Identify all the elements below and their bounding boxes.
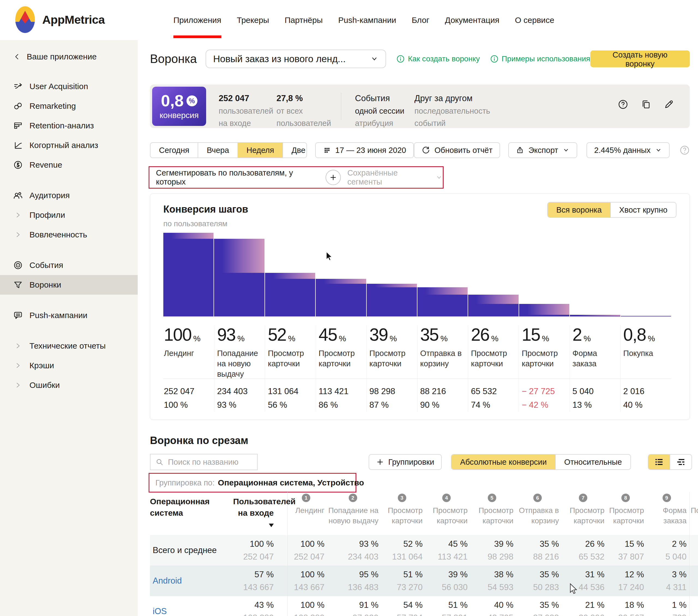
nav-item-2[interactable]: Трекеры <box>237 0 269 40</box>
step-column-header-1[interactable]: 1Лендинг <box>288 492 327 535</box>
cell-percent: 1 % <box>672 600 686 610</box>
usage-examples-link[interactable]: Примеры использования <box>490 55 590 63</box>
sidebar-item-push-кампании[interactable]: Push-кампании <box>0 306 138 325</box>
funnel-bar-step-9[interactable] <box>570 233 620 317</box>
how-to-create-funnel-link[interactable]: Как создать воронку <box>396 55 480 63</box>
period-две-недели[interactable]: Две недели <box>282 143 307 157</box>
create-funnel-button[interactable]: Создать новую воронку <box>590 51 690 67</box>
appmetrica-logo-icon <box>15 6 35 33</box>
sampling-dropdown[interactable]: 2.445% данных <box>586 142 670 158</box>
sidebar-item-ошибки[interactable]: Ошибки <box>0 375 138 395</box>
step-column-header-9[interactable]: 9Форма заказа <box>647 492 689 535</box>
funnel-bar-step-7[interactable] <box>468 233 518 317</box>
cell-count: 136 483 <box>348 583 378 592</box>
os-link[interactable]: iOS <box>153 606 167 616</box>
period-segmented-control: СегодняВчераНеделяДве неделиМесяц <box>150 142 307 158</box>
chevron-left-icon <box>13 53 21 61</box>
nav-item-3[interactable]: Партнёры <box>285 0 323 40</box>
period-вчера[interactable]: Вчера <box>198 143 237 157</box>
period-неделя[interactable]: Неделя <box>237 143 282 157</box>
list-view-icon <box>654 457 664 467</box>
view-хвост-крупно[interactable]: Хвост крупно <box>610 202 676 217</box>
period-сегодня[interactable]: Сегодня <box>151 143 198 157</box>
edit-icon[interactable] <box>664 99 674 110</box>
users-column-header[interactable]: Пользователейна входе <box>233 492 288 535</box>
sidebar-item-воронки[interactable]: Воронки <box>0 275 138 295</box>
cell-percent: 100 % <box>301 570 324 579</box>
step-column-header-8[interactable]: 8Просмотр карточки <box>607 492 647 535</box>
funnel-bar-step-2[interactable] <box>214 233 264 317</box>
add-grouping-button[interactable]: Группировки <box>368 454 442 470</box>
percent-sign: % <box>648 334 655 343</box>
help-icon[interactable] <box>618 99 628 110</box>
funnel-bar-step-8[interactable] <box>519 233 569 317</box>
sidebar-item-вовлеченность[interactable]: Вовлеченность <box>0 225 138 244</box>
step-column-header-2[interactable]: 2Попадание на новую выдачу <box>327 492 381 535</box>
percent-sign: % <box>440 334 448 343</box>
tree-view-button[interactable] <box>670 454 692 470</box>
sidebar-item-retention-анализ[interactable]: Retention-анализ <box>0 116 138 136</box>
sidebar-item-remarketing[interactable]: Remarketing <box>0 96 138 116</box>
chevron-right-icon <box>13 361 24 369</box>
copy-icon[interactable] <box>641 99 651 110</box>
sidebar-item-крэши[interactable]: Крэши <box>0 356 138 375</box>
os-column-header[interactable]: Операционнаясистема <box>150 492 233 535</box>
step-cell-7: 26 %65 532 <box>562 535 607 565</box>
nav-item-6[interactable]: Документация <box>445 0 500 40</box>
cell-count: 17 240 <box>618 583 644 592</box>
nav-item-5[interactable]: Блог <box>412 0 430 40</box>
step-column-header-6[interactable]: 6Отправка в корзину <box>516 492 562 535</box>
table-row-android[interactable]: Android57 %143 667100 %143 66795 %136 48… <box>150 565 698 596</box>
step-column-header-7[interactable]: 7Просмотр карточки <box>562 492 607 535</box>
search-input[interactable] <box>168 458 252 467</box>
view-вся-воронка[interactable]: Вся воронка <box>548 202 610 217</box>
sidebar-item-профили[interactable]: Профили <box>0 205 138 225</box>
cell-percent: 35 % <box>540 570 559 579</box>
sidebar-item-аудитория[interactable]: Аудитория <box>0 186 138 205</box>
cell-percent: 35 % <box>540 539 559 549</box>
nav-item-7[interactable]: О сервисе <box>515 0 554 40</box>
sidebar-item-события[interactable]: События <box>0 255 138 275</box>
users-count: 143 667 <box>243 583 274 592</box>
os-link[interactable]: Android <box>153 576 182 586</box>
funnel-bar-step-10[interactable] <box>621 233 671 317</box>
funnel-bar-step-6[interactable] <box>417 233 467 317</box>
step-column-header-4[interactable]: 4Просмотр карточки <box>425 492 470 535</box>
segmentation-prompt: Сегментировать по пользователям, у котор… <box>156 168 319 186</box>
sidebar-item-label: Push-кампании <box>29 311 87 320</box>
row-name-cell: Всего и среднее <box>150 535 233 565</box>
grouping-box[interactable]: Группировка по: Операционная система, Ус… <box>149 473 357 492</box>
sidebar-item-когортный-анализ[interactable]: Когортный анализ <box>0 136 138 155</box>
add-segment-button[interactable] <box>325 170 341 185</box>
funnel-bar-step-4[interactable] <box>316 233 366 317</box>
export-button[interactable]: Экспорт <box>508 142 577 158</box>
sidebar-item-технические-отчеты[interactable]: Технические отчеты <box>0 336 138 356</box>
step-column-header-3[interactable]: 3Просмотр карточки <box>381 492 425 535</box>
funnel-bar-step-5[interactable] <box>367 233 417 317</box>
appmetrica-logo[interactable]: AppMetrica <box>15 6 105 33</box>
funnel-select[interactable]: Новый заказ из нового ленд... <box>206 50 386 68</box>
table-row-ios[interactable]: iOS43 %108 380100 %108 38091 %97 92054 %… <box>150 596 698 616</box>
sidebar-item-revenue[interactable]: Revenue <box>0 155 138 175</box>
nav-item-4[interactable]: Push-кампании <box>338 0 396 40</box>
sidebar-item-user-acquisition[interactable]: User Acquisition <box>0 76 138 96</box>
funnel-bar-step-3[interactable] <box>265 233 315 317</box>
table-row-всего-и-среднее[interactable]: Всего и среднее100 %252 047100 %252 0479… <box>150 535 698 565</box>
sampling-help-icon[interactable] <box>680 145 690 155</box>
mode-абсолютные-конверсии[interactable]: Абсолютные конверсии <box>451 454 555 470</box>
refresh-report-button[interactable]: Обновить отчёт <box>414 142 500 158</box>
audience-icon <box>13 190 24 200</box>
step-cell-6: 35 %88 216 <box>516 535 562 565</box>
sidebar-back-button[interactable]: Ваше приложение <box>0 40 138 61</box>
bar-loss-gradient <box>417 287 467 295</box>
step-column-header-5[interactable]: 5Просмотр карточки <box>470 492 516 535</box>
saved-segments-dropdown[interactable]: Сохранённые сегменты <box>347 168 443 186</box>
funnel-bar-step-1[interactable] <box>163 233 213 317</box>
mode-относительные[interactable]: Относительные <box>555 454 630 470</box>
list-view-button[interactable] <box>648 454 670 470</box>
date-range-button[interactable]: 17 — 23 июня 2020 <box>315 142 414 158</box>
step-column-header-10[interactable]: 10Покупка <box>689 492 698 535</box>
nav-item-1[interactable]: Приложения <box>173 0 221 40</box>
main-nav: ПриложенияТрекерыПартнёрыPush-кампанииБл… <box>173 0 554 40</box>
step-number-badge: 7 <box>579 494 587 502</box>
